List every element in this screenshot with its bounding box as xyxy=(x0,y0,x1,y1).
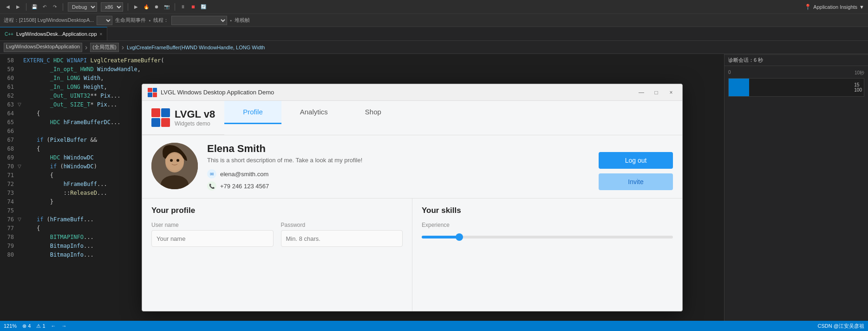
diag-timeline: 0 10秒 15 100 xyxy=(724,66,868,100)
maximize-button[interactable]: □ xyxy=(651,88,662,97)
phone-icon: 📞 xyxy=(207,181,216,191)
pause-icon[interactable]: ⏸ xyxy=(179,3,187,11)
lvgl-demo-window: LVGL Windows Desktop Application Demo — … xyxy=(142,84,683,311)
undo-icon[interactable]: ↶ xyxy=(40,3,49,11)
tab-shop[interactable]: Shop xyxy=(346,101,400,124)
sep-dot2: • xyxy=(230,18,232,23)
email-value: elena@smith.com xyxy=(220,171,268,178)
tab-filename: LvglWindowsDesk...Application.cpp xyxy=(16,31,97,37)
icon-cell-3 xyxy=(148,93,152,97)
sep2 xyxy=(63,3,63,11)
nav-back-btn[interactable]: ← xyxy=(51,323,56,329)
nav-fwd-icon: → xyxy=(62,323,67,329)
diagnostics-panel: 诊断工具 ⚙ ⏺ 🔍 🔎 📷 ▲ × 诊断会话：6 秒 0 10秒 15 100 xyxy=(724,41,868,331)
avatar-svg xyxy=(151,143,198,189)
form-row-1: User name Password xyxy=(151,222,403,252)
frame-dropdown[interactable] xyxy=(171,16,227,25)
save-icon[interactable]: 💾 xyxy=(30,3,39,11)
bottom-panels: Your profile User name Password xyxy=(142,199,682,311)
arch-dropdown[interactable]: x86 xyxy=(101,2,123,12)
zoom-level: 121% xyxy=(4,323,17,329)
nav-fwd-btn[interactable]: → xyxy=(62,323,67,329)
toolbar-icons: ◀ ▶ 💾 ↶ ↷ Debug x86 ▶ 🔥 ⏺ 📷 ⏸ ⏹ 🔄 xyxy=(4,2,208,12)
error-count[interactable]: ⊗ 4 xyxy=(22,323,31,329)
icon-cell-4 xyxy=(153,93,157,97)
profile-contacts: ✉ elena@smith.com 📞 +79 246 123 4567 xyxy=(207,169,589,191)
nav-back-icon: ← xyxy=(51,323,56,329)
fire-icon[interactable]: 🔥 xyxy=(142,3,150,11)
play-icon[interactable]: ▶ xyxy=(132,3,140,11)
brand-subtitle: Widgets demo xyxy=(175,120,215,127)
password-input[interactable] xyxy=(281,230,403,247)
function-bar: LvglWindowsDesktopApplication › (全局范围) ›… xyxy=(0,41,868,54)
timeline-fill xyxy=(729,79,749,96)
profile-area: Elena Smith This is a short description … xyxy=(142,135,682,199)
brand-section: LVGL v8 Widgets demo xyxy=(142,101,224,135)
insights-icon: 📍 xyxy=(804,4,811,10)
func-sep: › xyxy=(85,43,87,52)
your-skills-title: Your skills xyxy=(422,206,673,215)
func-sep2: › xyxy=(122,43,124,52)
experience-group: Experience xyxy=(422,222,673,242)
ide-statusbar: 121% ⊗ 4 ⚠ 1 ← → CSDN @江安吴彦祖 xyxy=(0,321,868,331)
header-row: LVGL v8 Widgets demo Profile Analytics S… xyxy=(142,101,682,135)
errors-label: ⊗ 4 xyxy=(22,323,31,329)
tab-icon: C++ xyxy=(5,32,13,37)
tab-analytics[interactable]: Analytics xyxy=(281,101,346,124)
your-profile-title: Your profile xyxy=(151,206,403,215)
experience-slider-container xyxy=(422,232,673,242)
record-icon[interactable]: ⏺ xyxy=(152,3,161,11)
editor-tab-main[interactable]: C++ LvglWindowsDesk...Application.cpp × xyxy=(0,27,107,40)
app-insights-button[interactable]: 📍 Application Insights ▼ xyxy=(804,4,864,10)
tab-close-icon[interactable]: × xyxy=(100,32,103,37)
sep3 xyxy=(128,3,128,11)
tab-profile[interactable]: Profile xyxy=(224,101,281,124)
username-label: User name xyxy=(151,222,274,228)
close-button[interactable]: × xyxy=(666,88,677,97)
forward-icon[interactable]: ▶ xyxy=(14,3,22,11)
lvgl-left-col: LVGL v8 Widgets demo Profile Analytics S… xyxy=(142,101,682,311)
username-input[interactable] xyxy=(151,230,274,247)
capture-icon[interactable]: 📷 xyxy=(163,3,171,11)
sep4 xyxy=(175,3,175,11)
lifecycle-label: 生命周期事件 xyxy=(115,17,146,24)
brand-name: LVGL v8 xyxy=(175,108,215,120)
warning-count[interactable]: ⚠ 1 xyxy=(36,323,45,329)
minimize-button[interactable]: — xyxy=(636,88,647,97)
logo-cell-2 xyxy=(161,108,170,117)
brand-text: LVGL v8 Widgets demo xyxy=(175,108,215,127)
logo-cell-1 xyxy=(151,108,160,117)
thread-dropdown[interactable] xyxy=(97,16,112,25)
debug-dropdown[interactable]: Debug xyxy=(68,2,97,12)
back-icon[interactable]: ◀ xyxy=(4,3,12,11)
class-selector[interactable]: LvglWindowsDesktopApplication xyxy=(4,43,82,52)
experience-label: Experience xyxy=(422,222,673,228)
csdn-watermark: CSDN @江安吴彦祖 xyxy=(818,323,864,330)
logout-button[interactable]: Log out xyxy=(599,152,673,169)
sep-dot: • xyxy=(149,18,150,23)
method-selector[interactable]: LvglCreateFrameBuffer(HWND WindowHandle,… xyxy=(127,45,265,50)
restart-icon[interactable]: 🔄 xyxy=(199,3,208,11)
invite-button[interactable]: Invite xyxy=(599,173,673,190)
icon-cell-2 xyxy=(153,88,157,93)
lvgl-main-content: LVGL v8 Widgets demo Profile Analytics S… xyxy=(142,101,682,311)
frame-label: 线程： xyxy=(153,17,169,24)
stop-icon[interactable]: ⏹ xyxy=(189,3,197,11)
your-profile-panel: Your profile User name Password xyxy=(142,199,412,311)
phone-contact: 📞 +79 246 123 4567 xyxy=(207,181,589,191)
time-label-10: 10秒 xyxy=(855,70,864,76)
timeline-bar: 15 100 xyxy=(728,78,864,97)
right-label-15: 15 xyxy=(854,82,862,87)
profile-description: This is a short description of me. Take … xyxy=(207,157,589,164)
right-label-100: 100 xyxy=(854,87,862,93)
diag-session-info: 诊断会话：6 秒 xyxy=(724,55,868,66)
email-contact: ✉ elena@smith.com xyxy=(207,169,589,179)
app-icon xyxy=(148,88,157,97)
timeline-values: 15 100 xyxy=(854,82,862,93)
statusbar-right: CSDN @江安吴彦祖 xyxy=(818,323,864,330)
profile-avatar xyxy=(151,143,198,189)
redo-icon[interactable]: ↷ xyxy=(51,3,59,11)
profile-info: Elena Smith This is a short description … xyxy=(207,143,589,191)
scope-selector[interactable]: (全局范围) xyxy=(90,43,118,52)
username-group: User name xyxy=(151,222,274,247)
